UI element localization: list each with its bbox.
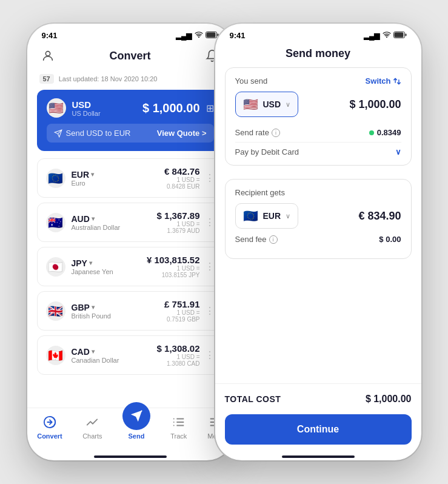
eur-flag: 🇪🇺 — [46, 169, 65, 188]
page-title-1: Convert — [109, 50, 150, 62]
eur-code: EUR ▾ — [72, 170, 95, 180]
you-send-label: You send — [235, 76, 268, 86]
view-quote-btn[interactable]: View Quote > — [157, 129, 207, 138]
cad-flag: 🇨🇦 — [46, 346, 65, 365]
update-timestamp: Last updated: 18 Nov 2020 10:20 — [59, 75, 158, 82]
content-area-2: You send Switch 🇺🇸 USD ∨ — [215, 67, 421, 383]
eur-code-2: EUR — [263, 211, 281, 221]
phone-send-money: 9:41 ▂▄▆ Send money — [215, 24, 421, 460]
update-count: 57 — [39, 74, 54, 84]
convert-nav-icon — [42, 414, 58, 430]
send-usd-label: Send USD to EUR — [54, 129, 131, 138]
send-rate-label: Send rate i — [235, 128, 280, 137]
send-rate-row: Send rate i 0.8349 — [235, 123, 401, 143]
status-bar-2: 9:41 ▂▄▆ — [215, 24, 421, 42]
eur-selector[interactable]: 🇪🇺 EUR ∨ — [235, 203, 299, 229]
list-item[interactable]: 🇦🇺 AUD ▾ Australian Dollar $ 1,367.89 1 … — [37, 203, 224, 242]
you-send-card: You send Switch 🇺🇸 USD ∨ — [225, 67, 412, 166]
dots-menu-cad[interactable]: ⋮ — [205, 349, 215, 361]
jpy-rate: 1 USD =103.8155 JPY — [147, 265, 200, 278]
jpy-name: Japanese Yen — [72, 268, 113, 275]
usd-code-2: USD — [263, 99, 281, 109]
update-bar: 57 Last updated: 18 Nov 2020 10:20 — [27, 72, 233, 90]
time-1: 9:41 — [42, 31, 58, 40]
gbp-amount: £ 751.91 — [164, 299, 199, 309]
nav-send[interactable]: Send — [122, 414, 150, 440]
header-2: Send money — [215, 42, 421, 67]
track-nav-label: Track — [170, 432, 187, 440]
dots-menu-eur[interactable]: ⋮ — [205, 172, 215, 184]
usd-selector[interactable]: 🇺🇸 USD ∨ — [235, 92, 299, 117]
list-item[interactable]: 🇬🇧 GBP ▾ British Pound £ 751.91 1 USD =0… — [37, 291, 224, 331]
usd-amount: $ 1,000.00 — [142, 101, 200, 115]
total-cost-label: TOTAL COST — [225, 394, 281, 404]
charts-nav-icon — [84, 414, 100, 430]
bottom-nav: Convert Charts Send — [27, 408, 233, 452]
wifi-icon-2 — [383, 31, 391, 40]
list-item[interactable]: 🇪🇺 EUR ▾ Euro € 842.76 1 USD =0.8428 EUR… — [37, 158, 224, 198]
jpy-code: JPY ▾ — [72, 258, 113, 268]
dots-menu-gbp[interactable]: ⋮ — [205, 305, 215, 317]
aud-flag: 🇦🇺 — [46, 213, 65, 232]
eur-caret-2: ∨ — [286, 212, 290, 220]
charts-nav-label: Charts — [82, 432, 102, 440]
status-icons-2: ▂▄▆ — [364, 31, 407, 40]
status-bar-1: 9:41 ▂▄▆ — [27, 24, 233, 42]
header-1: Convert — [27, 42, 233, 72]
cad-code: CAD ▾ — [72, 347, 119, 357]
dots-menu-jpy[interactable]: ⋮ — [205, 261, 215, 272]
page-title-2: Send money — [286, 47, 350, 60]
usd-flag-2: 🇺🇸 — [243, 97, 258, 112]
aud-name: Australian Dollar — [72, 224, 121, 231]
home-indicator-1 — [27, 452, 233, 460]
track-nav-icon — [171, 414, 187, 430]
calculator-icon[interactable]: ⊞ — [206, 103, 214, 114]
selected-currency-card[interactable]: 🇺🇸 USD US Dollar $ 1,000.00 ⊞ — [37, 90, 224, 151]
convert-nav-label: Convert — [37, 432, 62, 440]
send-fee-info-icon[interactable]: i — [269, 235, 278, 244]
time-2: 9:41 — [230, 31, 246, 40]
list-item[interactable]: 🇨🇦 CAD ▾ Canadian Dollar $ 1,308.02 1 US… — [37, 335, 224, 375]
total-cost-amount: $ 1,000.00 — [366, 394, 412, 405]
home-indicator-2 — [215, 452, 421, 460]
eur-rate: 1 USD =0.8428 EUR — [164, 176, 199, 190]
content-area-1: 🇺🇸 USD US Dollar $ 1,000.00 ⊞ — [27, 90, 233, 408]
list-item[interactable]: 🇯🇵 JPY ▾ Japanese Yen ¥ 103,815.52 1 USD… — [37, 247, 224, 286]
send-nav-icon — [122, 402, 150, 430]
send-amount: $ 1,000.00 — [349, 98, 401, 111]
battery-icon-2 — [393, 32, 407, 40]
send-nav-label: Send — [128, 432, 144, 440]
send-fee-value: $ 0.00 — [379, 235, 401, 244]
pay-method-value[interactable]: ∨ — [395, 147, 401, 156]
eur-amount: € 842.76 — [164, 166, 199, 176]
rate-dot — [369, 130, 374, 135]
cad-name: Canadian Dollar — [72, 357, 119, 364]
cad-rate: 1 USD =1.3080 CAD — [157, 354, 200, 367]
nav-track[interactable]: Track — [170, 414, 187, 440]
nav-charts[interactable]: Charts — [82, 414, 102, 440]
aud-rate: 1 USD =1.3679 AUD — [157, 221, 200, 234]
switch-button[interactable]: Switch — [366, 76, 401, 86]
jpy-amount: ¥ 103,815.52 — [147, 255, 200, 265]
continue-button[interactable]: Continue — [225, 414, 412, 445]
profile-icon[interactable] — [39, 47, 56, 64]
battery-icon-1 — [206, 32, 219, 40]
send-rate-info-icon[interactable]: i — [272, 129, 280, 137]
wifi-icon-1 — [195, 31, 203, 40]
svg-rect-1 — [206, 32, 215, 37]
gbp-rate: 1 USD =0.7519 GBP — [164, 309, 199, 323]
status-icons-1: ▂▄▆ — [176, 31, 219, 40]
svg-marker-7 — [131, 411, 142, 422]
send-fee-label: Send fee i — [235, 235, 278, 244]
send-fee-row: Send fee i $ 0.00 — [235, 229, 401, 250]
aud-code: AUD ▾ — [72, 214, 121, 224]
nav-convert[interactable]: Convert — [37, 414, 62, 440]
pay-method-row[interactable]: Pay by Debit Card ∨ — [235, 143, 401, 156]
cad-amount: $ 1,308.02 — [157, 343, 200, 354]
send-quote-row[interactable]: Send USD to EUR View Quote > — [47, 124, 214, 143]
svg-rect-18 — [394, 32, 403, 37]
signal-icon-2: ▂▄▆ — [364, 32, 380, 40]
dots-menu-aud[interactable]: ⋮ — [205, 217, 215, 228]
pay-method-label: Pay by Debit Card — [235, 147, 299, 156]
phone-convert: 9:41 ▂▄▆ — [27, 24, 233, 460]
